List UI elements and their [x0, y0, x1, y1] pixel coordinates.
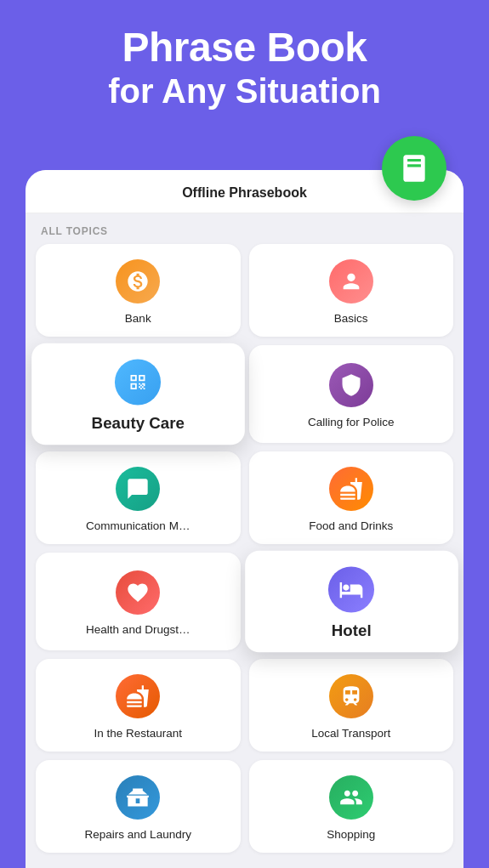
bank-icon: [116, 259, 160, 304]
shopping-icon: [329, 775, 373, 820]
basics-icon: [329, 259, 373, 304]
topics-grid: BankBasicsBeauty CareCalling for PoliceC…: [26, 244, 463, 861]
hero-subtitle: for Any Situation: [0, 71, 489, 111]
topic-card-police[interactable]: Calling for Police: [249, 345, 454, 443]
bank-label: Bank: [125, 312, 151, 325]
topic-card-shopping[interactable]: Shopping: [249, 760, 454, 853]
topic-card-basics[interactable]: Basics: [249, 244, 454, 337]
food-label: Food and Drinks: [309, 519, 393, 532]
app-card: Offline Phrasebook ALL TOPICS BankBasics…: [26, 170, 463, 868]
police-label: Calling for Police: [308, 416, 394, 428]
topic-card-comm[interactable]: Communication M…: [36, 451, 241, 544]
transport-label: Local Transport: [311, 727, 390, 740]
topic-card-health[interactable]: Health and Drugst…: [36, 553, 241, 650]
topic-card-transport[interactable]: Local Transport: [249, 659, 454, 752]
hotel-icon: [328, 566, 374, 612]
shopping-label: Shopping: [327, 828, 375, 841]
health-icon: [116, 570, 160, 615]
topic-card-repairs[interactable]: Repairs and Laundry: [36, 760, 241, 853]
hotel-label: Hotel: [331, 621, 371, 640]
repairs-icon: [116, 775, 160, 820]
comm-icon: [116, 467, 160, 511]
basics-label: Basics: [334, 312, 368, 325]
comm-label: Communication M…: [86, 519, 190, 532]
police-icon: [329, 363, 373, 407]
restaurant-icon: [116, 674, 160, 718]
beauty-icon: [115, 359, 161, 405]
transport-icon: [329, 674, 373, 718]
topic-card-bank[interactable]: Bank: [36, 244, 241, 337]
restaurant-label: In the Restaurant: [94, 727, 182, 740]
hero-section: Phrase Book for Any Situation: [0, 26, 489, 111]
section-label: ALL TOPICS: [26, 213, 463, 244]
food-icon: [329, 467, 373, 511]
topic-card-food[interactable]: Food and Drinks: [249, 451, 454, 544]
book-badge: [382, 136, 446, 201]
repairs-label: Repairs and Laundry: [85, 828, 191, 841]
beauty-label: Beauty Care: [92, 414, 185, 433]
topic-card-beauty[interactable]: Beauty Care: [31, 343, 244, 445]
book-icon: [398, 152, 430, 184]
hero-title: Phrase Book: [0, 26, 489, 71]
topic-card-restaurant[interactable]: In the Restaurant: [36, 659, 241, 752]
topic-card-hotel[interactable]: Hotel: [245, 551, 458, 653]
health-label: Health and Drugst…: [86, 623, 190, 636]
